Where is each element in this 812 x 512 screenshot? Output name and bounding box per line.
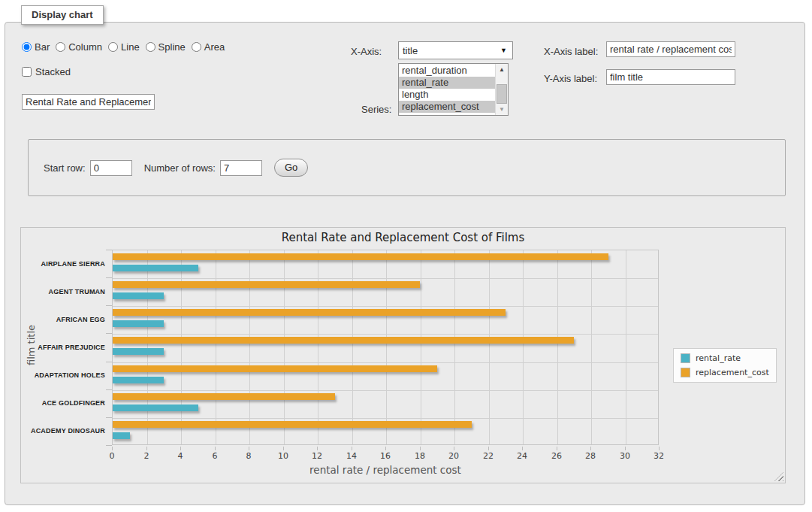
legend-item: rental_rate bbox=[681, 353, 769, 363]
stacked-label: Stacked bbox=[35, 66, 71, 77]
y-axis-label-input[interactable] bbox=[606, 69, 735, 85]
chart-type-radio-line[interactable] bbox=[108, 42, 118, 52]
bar-replacement_cost bbox=[113, 281, 420, 288]
gridline bbox=[557, 250, 558, 444]
x-tick-label: 28 bbox=[585, 451, 596, 461]
legend-label: replacement_cost bbox=[696, 368, 769, 377]
scroll-up-icon[interactable] bbox=[496, 64, 508, 75]
y-tick-mark bbox=[106, 445, 112, 446]
series-select-label: Series: bbox=[361, 104, 391, 115]
x-tick-mark bbox=[352, 447, 352, 450]
x-tick-label: 12 bbox=[312, 451, 322, 461]
x-tick-label: 8 bbox=[246, 451, 252, 461]
scroll-down-icon[interactable] bbox=[496, 104, 508, 115]
gridline bbox=[591, 250, 592, 444]
stacked-checkbox[interactable] bbox=[22, 67, 32, 77]
x-tick-mark bbox=[385, 447, 386, 450]
bar-replacement_cost bbox=[113, 393, 335, 400]
series-option-length[interactable]: length bbox=[399, 89, 495, 101]
x-tick-mark bbox=[659, 447, 660, 450]
plot-area bbox=[112, 250, 659, 445]
chart-type-option: Column bbox=[56, 41, 102, 53]
chart-type-option: Bar bbox=[22, 41, 50, 53]
x-axis-select[interactable]: title ▼ bbox=[398, 41, 513, 59]
gridline bbox=[489, 250, 490, 444]
x-tick-mark bbox=[112, 447, 113, 450]
chart-type-radio-column[interactable] bbox=[56, 42, 65, 52]
gridline bbox=[216, 250, 216, 444]
chart-type-radio-spline[interactable] bbox=[146, 42, 155, 52]
gridline bbox=[318, 250, 318, 444]
bar-replacement_cost bbox=[113, 421, 472, 428]
gridline bbox=[352, 250, 353, 444]
bar-replacement_cost bbox=[113, 309, 506, 316]
bar-rental_rate bbox=[113, 320, 164, 327]
category-label: ADAPTATION HOLES bbox=[21, 371, 105, 379]
series-multiselect: rental_durationrental_ratelengthreplacem… bbox=[398, 63, 509, 116]
x-axis-label-input[interactable] bbox=[606, 41, 735, 57]
scrollbar-thumb[interactable] bbox=[497, 84, 507, 104]
x-tick-mark bbox=[590, 447, 591, 450]
x-axis-label-caption: X-Axis label: bbox=[544, 46, 598, 57]
x-tick-label: 0 bbox=[110, 451, 115, 461]
gridline bbox=[113, 334, 658, 335]
gridline bbox=[454, 250, 455, 444]
chart-type-option: Spline bbox=[146, 41, 186, 53]
gridline bbox=[523, 250, 524, 444]
go-button[interactable]: Go bbox=[274, 159, 308, 177]
legend-swatch-rental_rate bbox=[681, 353, 690, 363]
chart-type-label: Bar bbox=[35, 41, 50, 53]
gridline bbox=[284, 250, 285, 444]
series-option-rental_duration[interactable]: rental_duration bbox=[399, 65, 495, 77]
chart-container: Rental Rate and Replacement Cost of Film… bbox=[20, 227, 786, 483]
chart-type-label: Column bbox=[68, 41, 102, 53]
bar-replacement_cost bbox=[113, 253, 608, 260]
x-tick-label: 24 bbox=[517, 451, 527, 461]
category-label: AIRPLANE SIERRA bbox=[21, 260, 105, 268]
x-tick-mark bbox=[454, 447, 454, 450]
gridline bbox=[147, 250, 148, 444]
y-tick-mark bbox=[106, 417, 112, 418]
bar-replacement_cost bbox=[113, 365, 437, 372]
bar-replacement_cost bbox=[113, 337, 574, 344]
series-scrollbar[interactable] bbox=[495, 64, 508, 115]
chart-type-radio-bar[interactable] bbox=[22, 42, 32, 52]
chart-title: Rental Rate and Replacement Cost of Film… bbox=[21, 231, 785, 244]
num-rows-input[interactable] bbox=[220, 160, 262, 176]
x-tick-mark bbox=[249, 447, 249, 450]
bar-rental_rate bbox=[113, 377, 164, 383]
chart-title-input[interactable] bbox=[22, 94, 155, 110]
x-tick-mark bbox=[488, 447, 489, 450]
start-row-input[interactable] bbox=[90, 160, 132, 176]
y-tick-mark bbox=[106, 333, 112, 334]
category-label: AFFAIR PREJUDICE bbox=[21, 344, 105, 351]
x-tick-label: 16 bbox=[380, 451, 391, 461]
x-tick-mark bbox=[215, 447, 216, 450]
series-option-rental_rate[interactable]: rental_rate bbox=[399, 77, 495, 89]
y-tick-mark bbox=[106, 250, 112, 250]
chart-type-radio-area[interactable] bbox=[192, 42, 201, 52]
chart-type-label: Area bbox=[204, 41, 225, 53]
x-axis-select-label: X-Axis: bbox=[351, 46, 382, 57]
category-label: ACE GOLDFINGER bbox=[21, 399, 105, 407]
y-tick-mark bbox=[106, 305, 112, 306]
x-tick-label: 14 bbox=[346, 451, 357, 461]
x-tick-mark bbox=[522, 447, 523, 450]
y-tick-mark bbox=[106, 389, 112, 390]
chart-type-label: Spline bbox=[158, 41, 186, 53]
x-tick-mark bbox=[283, 447, 284, 450]
x-tick-label: 30 bbox=[620, 451, 630, 461]
category-label: AGENT TRUMAN bbox=[21, 288, 105, 295]
y-tick-mark bbox=[106, 277, 112, 278]
rows-form: Start row: Number of rows: Go bbox=[28, 139, 786, 196]
series-option-replacement_cost[interactable]: replacement_cost bbox=[399, 101, 495, 113]
legend-label: rental_rate bbox=[696, 353, 741, 363]
resize-grip-icon[interactable] bbox=[774, 472, 783, 481]
x-tick-mark bbox=[146, 447, 147, 450]
gridline bbox=[113, 418, 658, 419]
x-axis-selected-value: title bbox=[403, 45, 418, 56]
page: Display chart BarColumnLineSplineArea St… bbox=[0, 0, 812, 512]
gridline bbox=[113, 306, 658, 307]
x-tick-label: 10 bbox=[278, 451, 288, 461]
x-tick-label: 2 bbox=[144, 451, 149, 461]
